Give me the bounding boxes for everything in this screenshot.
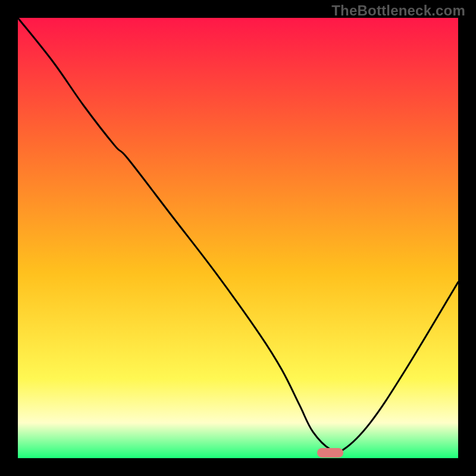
chart-frame: TheBottleneck.com <box>0 0 476 476</box>
chart-svg <box>18 18 458 458</box>
plot-area <box>18 18 458 458</box>
optimal-marker <box>317 448 343 458</box>
watermark-text: TheBottleneck.com <box>331 2 465 19</box>
